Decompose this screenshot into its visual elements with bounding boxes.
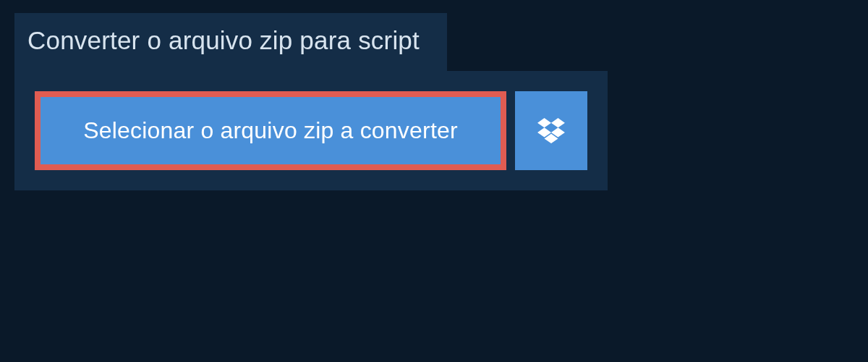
convert-panel: Selecionar o arquivo zip a converter bbox=[14, 71, 608, 190]
select-file-button[interactable]: Selecionar o arquivo zip a converter bbox=[35, 91, 506, 170]
dropbox-icon bbox=[537, 118, 565, 144]
tab-convert-zip[interactable]: Converter o arquivo zip para script bbox=[14, 13, 447, 71]
tab-bar: Converter o arquivo zip para script bbox=[0, 0, 868, 71]
dropbox-button[interactable] bbox=[515, 91, 587, 170]
select-file-label: Selecionar o arquivo zip a converter bbox=[83, 117, 458, 143]
svg-marker-0 bbox=[537, 118, 551, 127]
tab-label: Converter o arquivo zip para script bbox=[27, 26, 420, 54]
svg-marker-1 bbox=[551, 118, 565, 127]
